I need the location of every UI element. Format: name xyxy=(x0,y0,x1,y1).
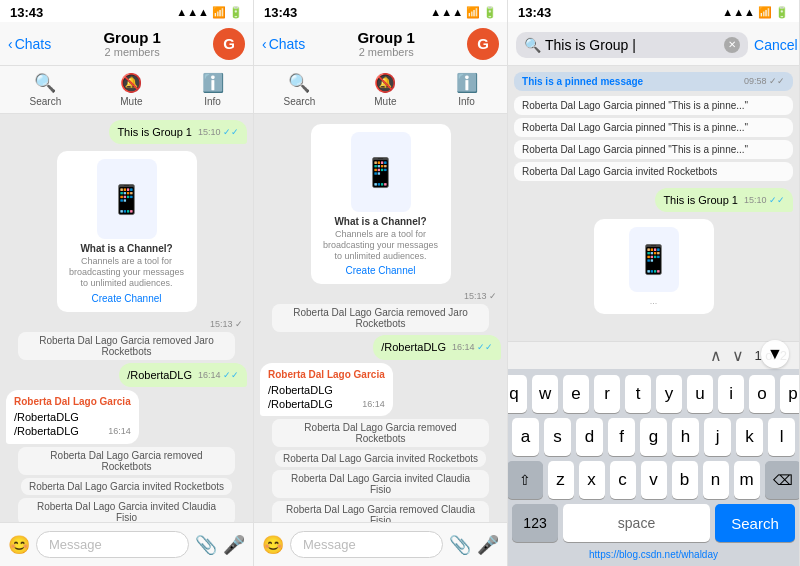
channel-card-2: 📱 What is a Channel? Channels are a tool… xyxy=(311,124,451,284)
search-input[interactable] xyxy=(545,37,720,53)
key-g[interactable]: g xyxy=(640,418,667,456)
toolbar-info-label-1: Info xyxy=(204,96,221,107)
key-a[interactable]: a xyxy=(512,418,539,456)
url-hint: https://blog.csdn.net/whalday xyxy=(512,547,795,562)
key-l[interactable]: l xyxy=(768,418,795,456)
input-placeholder-2: Message xyxy=(303,537,356,552)
system-msg-p2-5: Roberta Dal Lago Garcia removed Claudia … xyxy=(272,501,489,522)
emoji-icon-2[interactable]: 😊 xyxy=(262,534,284,556)
status-icons-1: ▲▲▲ 📶 🔋 xyxy=(176,6,243,19)
key-b[interactable]: b xyxy=(672,461,698,499)
system-msg-4: Roberta Dal Lago Garcia invited Claudia … xyxy=(18,498,235,522)
key-k[interactable]: k xyxy=(736,418,763,456)
msg-time: 16:14 xyxy=(108,426,131,438)
key-r[interactable]: r xyxy=(594,375,620,413)
cancel-button[interactable]: Cancel xyxy=(754,37,798,53)
avatar-2[interactable]: G xyxy=(467,28,499,60)
search-result-msg: This is Group 1 15:10 ✓✓ xyxy=(655,188,793,212)
messages-area-2: 📱 What is a Channel? Channels are a tool… xyxy=(254,114,507,522)
toolbar-info-2[interactable]: ℹ️ Info xyxy=(456,72,478,107)
toolbar-mute-label-1: Mute xyxy=(120,96,142,107)
clear-search-button[interactable]: ✕ xyxy=(724,37,740,53)
message-input-1[interactable]: Message xyxy=(36,531,189,558)
search-header: 🔍 ✕ Cancel xyxy=(508,22,799,66)
result-msg-time: 15:10 ✓✓ xyxy=(744,195,785,207)
msg-text: /RobertaDLG/RobertaDLG xyxy=(14,411,79,437)
pinned-text-1: Roberta Dal Lago Garcia pinned "This is … xyxy=(522,100,748,111)
key-123[interactable]: 123 xyxy=(512,504,558,542)
key-n[interactable]: n xyxy=(703,461,729,499)
system-msg-p2-4: Roberta Dal Lago Garcia invited Claudia … xyxy=(272,470,489,498)
card-link[interactable]: Create Channel xyxy=(65,293,189,304)
toolbar-mute-2[interactable]: 🔕 Mute xyxy=(374,72,396,107)
search-box[interactable]: 🔍 ✕ xyxy=(516,32,748,58)
toolbar-search-1[interactable]: 🔍 Search xyxy=(30,72,62,107)
search-key[interactable]: Search xyxy=(715,504,795,542)
key-u[interactable]: u xyxy=(687,375,713,413)
key-i[interactable]: i xyxy=(718,375,744,413)
toolbar-2: 🔍 Search 🔕 Mute ℹ️ Info xyxy=(254,66,507,114)
card-title-2: What is a Channel? xyxy=(319,216,443,227)
pinned-msg-3: Roberta Dal Lago Garcia pinned "This is … xyxy=(514,140,793,159)
key-shift[interactable]: ⇧ xyxy=(508,461,542,499)
key-delete[interactable]: ⌫ xyxy=(765,461,800,499)
card-desc: Channels are a tool for broadcasting you… xyxy=(65,256,189,288)
panel-search: 13:43 ▲▲▲ 📶 🔋 🔍 ✕ Cancel This is a pinne… xyxy=(508,0,800,566)
keyboard: q w e r t y u i o p a s d f g h j k l ⇧ … xyxy=(508,369,799,566)
message-input-2[interactable]: Message xyxy=(290,531,443,558)
battery-icon-2: 🔋 xyxy=(483,6,497,19)
attach-icon-1[interactable]: 📎 xyxy=(195,534,217,556)
toolbar-mute-label-2: Mute xyxy=(374,96,396,107)
group-title-1: Group 1 xyxy=(57,29,207,46)
msg-time-2: 16:14 xyxy=(362,399,385,411)
key-v[interactable]: v xyxy=(641,461,667,499)
key-space[interactable]: space xyxy=(563,504,710,542)
emoji-icon-1[interactable]: 😊 xyxy=(8,534,30,556)
key-w[interactable]: w xyxy=(532,375,558,413)
key-p[interactable]: p xyxy=(780,375,800,413)
status-icons-3: ▲▲▲ 📶 🔋 xyxy=(722,6,789,19)
status-icons-2: ▲▲▲ 📶 🔋 xyxy=(430,6,497,19)
key-s[interactable]: s xyxy=(544,418,571,456)
key-f[interactable]: f xyxy=(608,418,635,456)
key-m[interactable]: m xyxy=(734,461,760,499)
phone-illustration-2: 📱 xyxy=(351,132,411,212)
header-center-1: Group 1 2 members xyxy=(57,29,207,58)
keyboard-row-1: q w e r t y u i o p xyxy=(512,375,795,413)
key-z[interactable]: z xyxy=(548,461,574,499)
system-msg-3: Roberta Dal Lago Garcia invited Rocketbo… xyxy=(21,478,232,495)
avatar-1[interactable]: G xyxy=(213,28,245,60)
key-h[interactable]: h xyxy=(672,418,699,456)
panel-chat-1: 13:43 ▲▲▲ 📶 🔋 ‹ Chats Group 1 2 members … xyxy=(0,0,254,566)
back-button-2[interactable]: ‹ Chats xyxy=(262,36,305,52)
chevron-left-icon: ‹ xyxy=(8,36,13,52)
toolbar-search-2[interactable]: 🔍 Search xyxy=(284,72,316,107)
wifi-icon-3: 📶 xyxy=(758,6,772,19)
attach-icon-2[interactable]: 📎 xyxy=(449,534,471,556)
channel-card-result: 📱 ... xyxy=(594,219,714,314)
toolbar-info-1[interactable]: ℹ️ Info xyxy=(202,72,224,107)
key-q[interactable]: q xyxy=(508,375,527,413)
nav-up-button[interactable]: ∧ xyxy=(710,346,722,365)
back-button-1[interactable]: ‹ Chats xyxy=(8,36,51,52)
key-d[interactable]: d xyxy=(576,418,603,456)
msg-text: /RobertaDLG xyxy=(381,341,446,353)
nav-down-button[interactable]: ∨ xyxy=(732,346,744,365)
card-content-result: ... xyxy=(602,296,706,306)
battery-icon: 🔋 xyxy=(229,6,243,19)
search-results: This is a pinned message 09:58 ✓✓ Robert… xyxy=(508,66,799,341)
mic-icon-1[interactable]: 🎤 xyxy=(223,534,245,556)
key-j[interactable]: j xyxy=(704,418,731,456)
key-o[interactable]: o xyxy=(749,375,775,413)
key-c[interactable]: c xyxy=(610,461,636,499)
card-link-2[interactable]: Create Channel xyxy=(319,265,443,276)
mic-icon-2[interactable]: 🎤 xyxy=(477,534,499,556)
card-desc-2: Channels are a tool for broadcasting you… xyxy=(319,229,443,261)
key-t[interactable]: t xyxy=(625,375,651,413)
toolbar-mute-1[interactable]: 🔕 Mute xyxy=(120,72,142,107)
key-e[interactable]: e xyxy=(563,375,589,413)
key-x[interactable]: x xyxy=(579,461,605,499)
back-label-1: Chats xyxy=(15,36,52,52)
msg-time: 15:10 ✓✓ xyxy=(198,127,239,139)
key-y[interactable]: y xyxy=(656,375,682,413)
